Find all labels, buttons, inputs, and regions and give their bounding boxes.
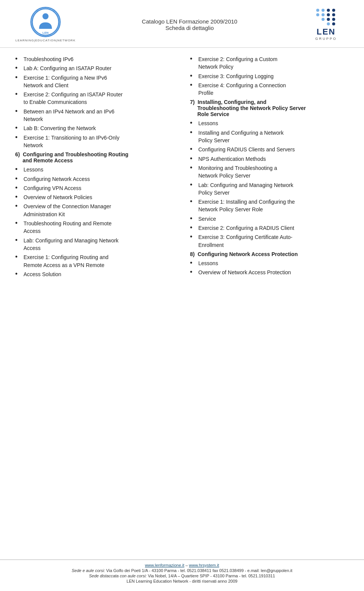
bullet-icon: • [15,124,21,132]
section8-header: 8) Configuring Network Access Protection [190,251,349,257]
len-brand: LEN [317,27,336,37]
header-title-line1: Catalogo LEN Formazione 2009/2010 [76,18,303,25]
gruppo-sub: GRUPPO [315,37,337,41]
list-item: • Configuring Network Access [15,175,174,183]
list-item: • Exercise 2: Configuring a RADIUS Clien… [190,224,349,232]
bullet-icon: • [15,74,21,82]
list-item: • Overview of Network Policies [15,193,174,201]
bullet-icon: • [15,55,21,63]
list-item: • Overview of Network Access Protection [190,269,349,276]
bullet-icon: • [15,220,21,227]
list-item: • Lessons [190,259,349,267]
footer-address2: Sede distaccata con aule corsi: Via Nobe… [15,574,349,578]
main-content: • Troubleshooting IPv6 • Lab A: Configur… [0,52,364,287]
section6-number: 6) [15,151,20,157]
bullet-icon: • [15,270,21,278]
svg-point-1 [42,13,49,19]
list-item: • Exercise 3: Configuring Logging [190,72,349,80]
bullet-icon: • [190,82,196,89]
bullet-icon: • [15,237,21,244]
list-item: • Lab B: Converting the Network [15,124,174,132]
footer-address1-label: Sede e aule corsi: [72,568,105,573]
list-item: • Lab A: Configuring an ISATAP Router [15,64,174,72]
bullet-icon: • [15,108,21,115]
footer-separator: – [185,563,189,567]
bullet-icon: • [15,253,21,261]
logo-circle: LEN [30,7,61,37]
top-bullets-left: • Troubleshooting IPv6 • Lab A: Configur… [15,55,174,149]
bullet-icon: • [190,55,196,63]
bullet-icon: • [190,224,196,232]
section6-bullets: • Lessons • Configuring Network Access •… [15,166,174,278]
section7-header: 7) Installing, Configuring, and Troubles… [190,99,349,117]
dots-grid [316,9,336,25]
section7-bullets: • Lessons • Installing and Configuring a… [190,119,349,248]
bullet-icon: • [15,175,21,183]
list-item: • Installing and Configuring a NetworkPo… [190,129,349,145]
bullet-icon: • [190,198,196,206]
header-center: Catalogo LEN Formazione 2009/2010 Scheda… [76,18,303,31]
bullet-icon: • [190,181,196,189]
list-item: • Exercise 2: Configuring a CustomNetwor… [190,55,349,71]
logo-left: LEN LEARNING|EDUCATION|NETWORK [15,7,76,42]
list-item: • Exercise 1: Configuring Routing andRem… [15,253,174,269]
bullet-icon: • [190,233,196,241]
footer-address1: Sede e aule corsi: Via Golfo dei Poeti 1… [15,568,349,573]
list-item: • Lab: Configuring and Managing NetworkA… [15,237,174,252]
top-bullets-right: • Exercise 2: Configuring a CustomNetwor… [190,55,349,97]
bullet-icon: • [190,129,196,137]
footer-link-len[interactable]: www.lenformazione.it [145,563,184,567]
list-item: • Troubleshooting Routing and RemoteAcce… [15,220,174,235]
section8-bullets: • Lessons • Overview of Network Access P… [190,259,349,277]
footer-bottom: LEN Learning Education Network - diritti… [15,579,349,583]
list-item: • Configuring VPN Access [15,184,174,192]
bullet-icon: • [190,259,196,267]
footer-link-hr[interactable]: www.hrsystem.it [189,563,219,567]
section8-number: 8) [190,251,195,257]
page-footer: www.lenformazione.it – www.hrsystem.it S… [0,560,364,587]
bullet-icon: • [15,134,21,141]
list-item: • Exercise 1: Installing and Configuring… [190,198,349,214]
bullet-icon: • [190,72,196,80]
footer-address2-label: Sede distaccata con aule corsi: [89,574,147,578]
list-item: • NPS Authentication Methods [190,155,349,163]
list-item: • Exercise 1: Configuring a New IPv6Netw… [15,74,174,90]
section6-header: 6) Configuring and Troubleshooting Routi… [15,151,174,163]
bullet-icon: • [190,155,196,163]
list-item: • Exercise 1: Transitioning to an IPv6-O… [15,134,174,149]
list-item: • Lessons [190,119,349,127]
bullet-icon: • [190,164,196,172]
bullet-icon: • [190,269,196,276]
list-item: • Service [190,215,349,223]
right-column: • Exercise 2: Configuring a CustomNetwor… [182,55,349,280]
header-title-line2: Scheda di dettaglio [76,25,303,31]
footer-address1-text: Via Golfo dei Poeti 1/A - 43100 Parma - … [106,568,292,573]
list-item: • Exercise 4: Configuring a ConnectionPr… [190,82,349,97]
list-item: • Exercise 2: Configuring an ISATAP Rout… [15,91,174,106]
section6-title: Configuring and Troubleshooting Routing … [15,151,129,163]
section7-title: Installing, Configuring, and Troubleshoo… [190,99,306,117]
bullet-icon: • [15,193,21,201]
footer-links: www.lenformazione.it – www.hrsystem.it [15,563,349,567]
list-item: • Exercise 3: Configuring Certificate Au… [190,233,349,249]
bullet-icon: • [15,91,21,98]
list-item: • Configuring RADIUS Clients and Servers [190,146,349,153]
section8-title: Configuring Network Access Protection [198,251,298,257]
bullet-icon: • [190,215,196,223]
page-header: LEN LEARNING|EDUCATION|NETWORK Catalogo … [0,0,364,48]
bullet-icon: • [190,119,196,127]
logo-tagline: LEARNING|EDUCATION|NETWORK [16,39,75,42]
list-item: • Lessons [15,166,174,173]
list-item: • Troubleshooting IPv6 [15,55,174,63]
left-column: • Troubleshooting IPv6 • Lab A: Configur… [15,55,182,280]
section7-number: 7) [190,99,195,105]
bullet-icon: • [15,203,21,210]
bullet-icon: • [190,146,196,153]
bullet-icon: • [15,64,21,72]
list-item: • Monitoring and Troubleshooting aNetwor… [190,164,349,180]
list-item: • Between an IPv4 Network and an IPv6Net… [15,108,174,123]
footer-address2-text: Via Nobel, 14/A – Quartiere SPIP - 43100… [148,574,275,578]
bullet-icon: • [15,184,21,192]
logo-right: LEN GRUPPO [303,9,349,41]
svg-text:LEN: LEN [42,31,49,35]
